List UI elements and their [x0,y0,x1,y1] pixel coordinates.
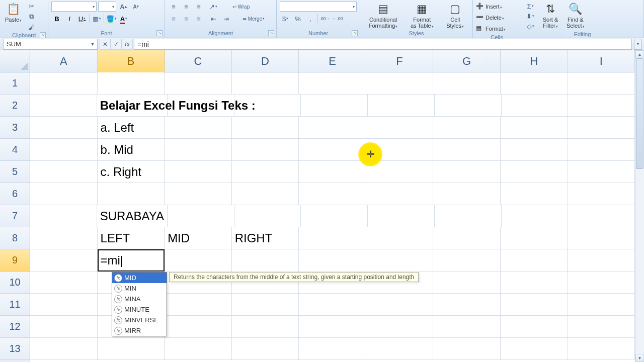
cell-F11[interactable] [366,294,434,316]
dialog-launcher-icon[interactable]: ↘ [40,32,46,38]
align-center-button[interactable]: ≡ [181,14,192,24]
column-header-B[interactable]: B [98,50,165,72]
wrap-text-button[interactable]: ↩ Wrap [226,2,256,12]
cell-H6[interactable] [501,183,568,205]
cell-B7[interactable]: SURABAYA [97,205,168,227]
cell-G6[interactable] [433,183,501,205]
cell-G5[interactable] [433,161,501,183]
dialog-launcher-icon[interactable]: ↘ [156,30,163,36]
grow-font-button[interactable]: A▴ [118,2,129,12]
row-header-1[interactable]: 1 [0,72,30,95]
cell-F9[interactable] [366,249,434,272]
cell-I2[interactable] [568,95,635,117]
find-select-button[interactable]: 🔍 Find & Select [565,1,587,30]
cell-B2[interactable]: Belajar Excel Fungsi Teks : [97,95,168,117]
row-header-7[interactable]: 7 [0,205,30,227]
fill-color-button[interactable]: 🪣 [106,14,117,24]
cell-B6[interactable] [98,183,165,205]
cell-D2[interactable] [234,95,301,117]
cell-A12[interactable] [30,316,98,338]
format-painter-button[interactable]: 🖌 [26,22,37,32]
merge-center-button[interactable]: ⬌ Merge [238,14,269,24]
cell-A4[interactable] [30,139,98,161]
cell-F8[interactable] [366,227,434,249]
cell-H8[interactable] [501,227,568,249]
column-header-E[interactable]: E [299,50,366,72]
cell-H9[interactable] [501,249,568,272]
cell-A11[interactable] [30,294,98,316]
cell-G9[interactable] [433,249,501,272]
row-header-13[interactable]: 13 [0,338,30,360]
copy-button[interactable]: ⧉ [26,12,37,22]
cell-I7[interactable] [568,205,635,227]
scroll-thumb[interactable] [636,58,643,169]
format-cells-button[interactable]: ▦Format [476,23,506,34]
cell-G1[interactable] [433,72,501,95]
column-header-C[interactable]: C [165,50,232,72]
autocomplete-item-minute[interactable]: fxMINUTE [112,304,167,315]
cell-E4[interactable] [299,139,366,161]
cell-A7[interactable] [30,205,97,227]
row-header-2[interactable]: 2 [0,95,30,117]
cell-G7[interactable] [435,205,502,227]
cell-C13[interactable] [165,338,232,360]
cell-G12[interactable] [433,316,501,338]
cell-F3[interactable] [366,117,434,139]
fill-button[interactable]: ⬇ [524,11,536,21]
cell-D6[interactable] [232,183,299,205]
font-name-combo[interactable]: ▾ [51,2,97,12]
cell-I10[interactable] [568,272,635,294]
cell-F13[interactable] [366,338,434,360]
cell-A2[interactable] [30,95,97,117]
scroll-track[interactable] [635,58,644,354]
row-header-8[interactable]: 8 [0,227,30,249]
autocomplete-item-min[interactable]: fxMIN [112,283,167,294]
cell-D1[interactable] [232,72,299,95]
cell-E8[interactable] [299,227,366,249]
cell-I9[interactable] [568,249,635,272]
name-box[interactable]: SUM ▼ [3,39,98,50]
border-button[interactable]: ▦ [91,14,102,24]
cell-F1[interactable] [366,72,434,95]
row-header-12[interactable]: 12 [0,316,30,338]
sort-filter-button[interactable]: ⇅ Sort & Filter [540,1,560,30]
row-header-6[interactable]: 6 [0,183,30,205]
dialog-launcher-icon[interactable]: ↘ [352,30,358,36]
cell-D12[interactable] [232,316,299,338]
cell-C7[interactable] [168,205,234,227]
cell-H1[interactable] [501,72,568,95]
column-header-D[interactable]: D [232,50,299,72]
cell-C1[interactable] [165,72,232,95]
insert-cells-button[interactable]: ➕Insert [476,1,506,12]
align-bottom-button[interactable]: ≡ [193,2,204,12]
expand-formula-bar-button[interactable]: ▾ [634,39,642,50]
cell-I11[interactable] [568,294,635,316]
cell-E5[interactable] [299,161,366,183]
align-right-button[interactable]: ≡ [193,14,204,24]
underline-button[interactable]: U [76,14,88,24]
cell-H11[interactable] [501,294,568,316]
shrink-font-button[interactable]: A▾ [130,2,141,12]
chevron-down-icon[interactable]: ▼ [89,42,96,47]
cell-H5[interactable] [501,161,568,183]
cell-C2[interactable] [168,95,234,117]
cell-A8[interactable] [30,227,98,249]
cell-B3[interactable]: a. Left [98,117,165,139]
cell-E1[interactable] [299,72,366,95]
cell-F2[interactable] [368,95,435,117]
conditional-formatting-button[interactable]: ▤ Conditional Formatting [367,1,400,30]
select-all-button[interactable] [0,50,30,72]
cell-E6[interactable] [299,183,366,205]
cell-E12[interactable] [299,316,366,338]
autocomplete-item-mirr[interactable]: fxMIRR [112,325,167,336]
cell-A10[interactable] [30,272,98,294]
cell-H7[interactable] [502,205,569,227]
cell-F6[interactable] [366,183,434,205]
clear-button[interactable]: ◇ [524,21,536,31]
cell-C5[interactable] [165,161,232,183]
cell-B5[interactable]: c. Right [98,161,165,183]
column-header-F[interactable]: F [366,50,434,72]
autosum-button[interactable]: Σ [524,1,536,11]
cell-E9[interactable] [299,249,366,272]
cell-D4[interactable] [232,139,299,161]
